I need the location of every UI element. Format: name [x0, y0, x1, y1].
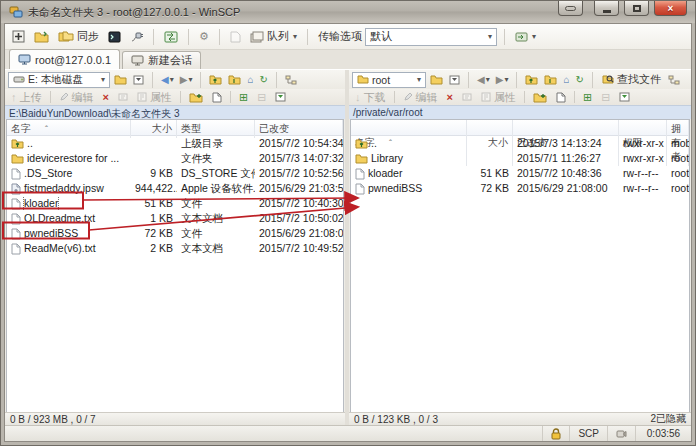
- filter-list-button[interactable]: [616, 90, 633, 104]
- find-files-button[interactable]: 查找文件: [599, 70, 664, 89]
- local-file-row[interactable]: pwnediBSS72 KB文件2015/6/29 21:08:00: [7, 226, 343, 241]
- local-file-list: 名字ˆ 大小 类型 已改变 ..上级目录2015/7/2 10:54:34ide…: [6, 119, 344, 412]
- transfer-settings-button[interactable]: ▾: [512, 29, 539, 45]
- remote-file-row[interactable]: ..2015/7/3 14:13:24rwxr-xr-xmobile: [351, 136, 689, 151]
- synchronize-button[interactable]: 同步: [55, 27, 102, 46]
- file-changed-cell: 2015/7/3 14:07:32: [255, 151, 343, 166]
- delete-button[interactable]: ×: [444, 90, 456, 105]
- collapse-icon: ⊟: [601, 92, 610, 103]
- parent-directory-button[interactable]: [207, 74, 224, 86]
- minimize-button[interactable]: [594, 1, 619, 16]
- rename-button[interactable]: [115, 90, 131, 104]
- root-directory-button[interactable]: [226, 74, 243, 86]
- tree-view-button[interactable]: [283, 74, 299, 86]
- collapse-all-button[interactable]: ⊟: [598, 90, 613, 105]
- file-changed-cell: 2015/7/2 10:49:52: [255, 241, 343, 256]
- forward-button[interactable]: ▶▾: [494, 74, 511, 86]
- file-owner-cell: root: [667, 166, 689, 181]
- open-folder-button[interactable]: [112, 74, 129, 86]
- refresh-button[interactable]: ↻: [573, 74, 585, 86]
- local-file-row[interactable]: ..上级目录2015/7/2 10:54:34: [7, 136, 343, 151]
- rename-button[interactable]: [459, 90, 475, 104]
- local-drive-select[interactable]: E: 本地磁盘 ▾: [8, 72, 110, 88]
- local-file-row[interactable]: idevicerestore for ...文件夹2015/7/3 14:07:…: [7, 151, 343, 166]
- file-icon: [355, 183, 365, 195]
- preferences-button[interactable]: ⚙: [196, 29, 212, 44]
- new-file-button[interactable]: [553, 90, 569, 105]
- remote-path-bar[interactable]: /private/var/root: [349, 105, 691, 119]
- transfer-options-select[interactable]: 默认 ▾: [365, 28, 497, 46]
- expand-all-button[interactable]: ⊞: [580, 90, 595, 105]
- transfer-mode-button[interactable]: [161, 29, 181, 45]
- file-size-cell: 2 KB: [131, 241, 177, 256]
- new-folder-button[interactable]: [530, 90, 550, 105]
- open-folder-button[interactable]: [428, 74, 445, 86]
- protocol-cell[interactable]: SCP: [569, 426, 607, 441]
- local-file-row[interactable]: ReadMe(v6).txt2 KB文本文档2015/7/2 10:49:52: [7, 241, 343, 256]
- tab-session-root[interactable]: root@127.0.0.1: [9, 49, 120, 69]
- remote-file-row[interactable]: pwnediBSS72 KB2015/6/29 21:08:00rw-r--r-…: [351, 181, 689, 196]
- file-changed-cell: 2015/7/2 10:40:30: [255, 196, 343, 211]
- queue-button[interactable]: 队列 ▾: [247, 27, 300, 46]
- tab-new-session[interactable]: 新建会话: [122, 51, 201, 69]
- console-button[interactable]: [105, 29, 124, 45]
- file-size-cell: 72 KB: [131, 226, 177, 241]
- refresh-button[interactable]: ↻: [257, 74, 269, 86]
- new-tab-button[interactable]: [9, 28, 28, 45]
- local-file-row[interactable]: kloader51 KB文件2015/7/2 10:40:30: [7, 196, 343, 211]
- expand-icon: ⊞: [239, 92, 248, 103]
- properties-button[interactable]: 属性: [478, 88, 519, 107]
- file-name-cell: Library: [351, 151, 467, 166]
- back-button[interactable]: ◀▾: [475, 74, 492, 86]
- download-label: 下载: [364, 90, 386, 105]
- local-file-row[interactable]: .DS_Store9 KBDS_STORE 文件2015/7/2 10:52:5…: [7, 166, 343, 181]
- local-file-row[interactable]: fistmedaddy.ipsw944,422...Apple 设备软件...2…: [7, 181, 343, 196]
- queue-sheet-button[interactable]: [227, 29, 244, 45]
- new-folder-button[interactable]: [186, 90, 206, 105]
- upload-button[interactable]: ↑上传: [8, 88, 45, 107]
- remote-directory-select[interactable]: root ▾: [352, 72, 426, 88]
- connection-button[interactable]: [127, 29, 146, 45]
- remote-file-row[interactable]: kloader51 KB2015/7/2 10:48:36rw-r--r--ro…: [351, 166, 689, 181]
- download-button[interactable]: ↓下载: [352, 88, 389, 107]
- home-directory-button[interactable]: ⌂: [561, 74, 571, 86]
- tree-view-button[interactable]: [666, 74, 682, 86]
- new-file-button[interactable]: [209, 90, 225, 105]
- remote-command-toolbar: ↓下载 编辑 × 属性 ⊞ ⊟: [349, 89, 691, 105]
- local-path-bar[interactable]: E:\BaiduYunDownload\未命名文件夹 3: [5, 105, 345, 119]
- maximize-button[interactable]: [624, 1, 649, 16]
- collapse-all-button[interactable]: ⊟: [254, 90, 269, 105]
- filter-list-button[interactable]: [272, 90, 289, 104]
- chevron-down-icon: ▾: [532, 32, 536, 41]
- folder-icon: [357, 75, 369, 84]
- close-button[interactable]: ×: [654, 1, 687, 16]
- toolbar-separator: [219, 29, 220, 45]
- properties-button[interactable]: 属性: [134, 88, 175, 107]
- local-drive-label: E: 本地磁盘: [28, 73, 83, 87]
- home-directory-button[interactable]: ⌂: [245, 74, 255, 86]
- titlebar-pin-button[interactable]: [558, 1, 583, 16]
- toolbar-separator: [230, 91, 231, 103]
- edit-button[interactable]: 编辑: [400, 88, 441, 107]
- session-time-cell[interactable]: 0:03:56: [635, 426, 691, 441]
- delete-button[interactable]: ×: [100, 90, 112, 105]
- file-changed-cell: 2015/7/2 10:48:36: [513, 166, 619, 181]
- forward-button[interactable]: ▶▾: [178, 74, 195, 86]
- filter-button[interactable]: [447, 74, 462, 86]
- local-list-header: 名字ˆ 大小 类型 已改变: [7, 120, 343, 136]
- local-status-bar: 0 B / 923 MB , 0 / 7: [5, 412, 345, 425]
- filter-button[interactable]: [131, 74, 146, 86]
- root-directory-button[interactable]: [542, 74, 559, 86]
- titlebar[interactable]: 未命名文件夹 3 - root@127.0.0.1 - WinSCP ×: [1, 1, 695, 23]
- notifications-cell[interactable]: [607, 426, 635, 441]
- remote-file-row[interactable]: Library2015/7/1 11:26:27rwxr-xr-xroot: [351, 151, 689, 166]
- file-size-cell: [467, 151, 513, 166]
- file-changed-cell: 2015/7/2 10:54:34: [255, 136, 343, 151]
- parent-directory-button[interactable]: [523, 74, 540, 86]
- expand-all-button[interactable]: ⊞: [236, 90, 251, 105]
- encryption-cell[interactable]: [542, 426, 569, 441]
- back-button[interactable]: ◀▾: [159, 74, 176, 86]
- local-file-row[interactable]: OLDreadme.txt1 KB文本文档2015/7/2 10:50:02: [7, 211, 343, 226]
- edit-button[interactable]: 编辑: [56, 88, 97, 107]
- open-directory-button[interactable]: [31, 29, 52, 45]
